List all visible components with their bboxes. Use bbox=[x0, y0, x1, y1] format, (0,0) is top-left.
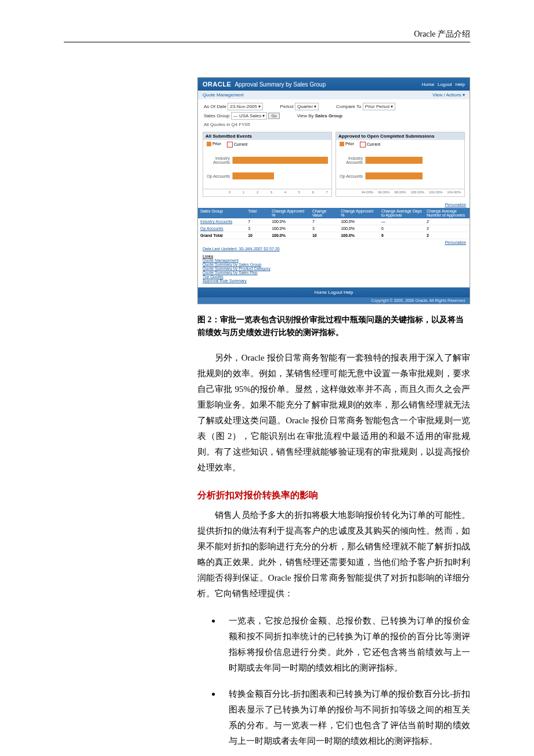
copyright: Copyright © 2005, 2006 Oracle. All Right… bbox=[198, 297, 470, 304]
view-by-value: Sales Group bbox=[315, 113, 342, 118]
table-header: Sales Group Total Change Approved % Chan… bbox=[198, 208, 470, 218]
table-row: Op Accounts 3 100.0% 3 100.0% 6 2 bbox=[198, 225, 470, 232]
chart-approved-completed: Approved to Open Completed Submissions P… bbox=[335, 132, 465, 197]
chevron-down-icon: ▾ bbox=[391, 104, 393, 109]
bar-op bbox=[233, 172, 274, 179]
legend-prior-swatch bbox=[340, 142, 344, 146]
nav-help[interactable]: Help bbox=[456, 82, 465, 87]
chart-all-submitted: All Submitted Events Prior Current Indus… bbox=[203, 132, 332, 197]
link-item[interactable]: Approval Rule Summary bbox=[203, 279, 465, 283]
page-title: Approval Summary by Sales Group bbox=[234, 81, 326, 88]
as-of-date-select[interactable]: 23-Nov-2005▾ bbox=[228, 103, 262, 110]
link-item[interactable]: Quote Summary by Product Category bbox=[203, 267, 465, 271]
related-links: Links Quote Management Quote Summary by … bbox=[198, 252, 470, 287]
table-grand-total: Grand Total 10 100.0% 10 100.0% 6 2 bbox=[198, 232, 470, 239]
bullet-item-1: 一览表，它按总报价金额、总报价数、已转换为订单的报价金额和按不同折扣率统计的已转… bbox=[211, 613, 470, 676]
link-item[interactable]: Quote Summary by Sales Group bbox=[203, 262, 465, 267]
paragraph-2: 销售人员给予多大的折扣将极大地影响报价转化为订单的可能性。提供折扣的做法有利于提… bbox=[197, 507, 470, 602]
nav-logout[interactable]: Logout bbox=[438, 82, 452, 87]
link-item[interactable]: Quote Summary by Sales Rep bbox=[203, 271, 465, 275]
chevron-down-icon: ▾ bbox=[314, 104, 316, 109]
personalize-link[interactable]: Personalize bbox=[445, 240, 466, 244]
period-label: Period bbox=[280, 104, 294, 109]
sales-group-label: Sales Group bbox=[204, 113, 229, 118]
app-header-bar: ORACLE Approval Summary by Sales Group H… bbox=[198, 78, 470, 91]
figure-caption: 图 2：审批一览表包含识别报价审批过程中瓶颈问题的关键指标，以及将当前绩效与历史… bbox=[197, 314, 470, 340]
compare-select[interactable]: Prior Period▾ bbox=[363, 103, 395, 110]
footer-nav: Home Logout Help bbox=[198, 287, 470, 297]
chevron-down-icon: ▾ bbox=[262, 113, 265, 118]
paragraph-1: 另外，Oracle 报价日常商务智能有一套独特的报表用于深入了解审批规则的效率。… bbox=[197, 350, 470, 476]
bar-op-pct bbox=[366, 172, 423, 179]
link-item[interactable]: Top Quotes bbox=[203, 275, 465, 279]
data-updated: Data Last Updated: 30-JAN-2007 02:57:20 bbox=[203, 247, 280, 251]
figure-2-screenshot: ORACLE Approval Summary by Sales Group H… bbox=[197, 77, 470, 304]
legend-prior-swatch bbox=[207, 142, 211, 146]
bar-industry bbox=[233, 157, 328, 164]
section-heading: 分析折扣对报价转换率的影响 bbox=[197, 489, 470, 502]
filter-panel: As Of Date 23-Nov-2005▾ Period Quarter▾ … bbox=[198, 99, 470, 131]
sales-group-select[interactable]: — USA Sales▾ bbox=[231, 112, 267, 120]
bar-industry-pct bbox=[366, 157, 423, 164]
view-by-label: View By bbox=[297, 113, 314, 118]
period-select[interactable]: Quarter▾ bbox=[295, 103, 319, 110]
legend-current-swatch bbox=[227, 142, 233, 147]
view-actions-menu[interactable]: View / Actions ▾ bbox=[432, 92, 465, 98]
breadcrumb[interactable]: Quote Management bbox=[203, 92, 244, 98]
oracle-logo: ORACLE bbox=[203, 81, 231, 88]
compare-label: Compare To bbox=[336, 104, 361, 109]
as-of-label: As Of Date bbox=[204, 104, 226, 109]
context-tip: All Quotes in Q4 FY05 bbox=[204, 122, 464, 127]
link-item[interactable]: Quote Management bbox=[203, 258, 465, 262]
legend-current-swatch bbox=[360, 142, 366, 147]
nav-home[interactable]: Home bbox=[422, 82, 434, 87]
bullet-item-2: 转换金额百分比-折扣图表和已转换为订单的报价数百分比-折扣图表显示了已转换为订单… bbox=[211, 686, 470, 749]
chevron-down-icon: ▾ bbox=[258, 104, 261, 109]
table-row: Industry Accounts 7 100.0% 7 100.0% — 2 bbox=[198, 218, 470, 225]
header-divider bbox=[64, 42, 470, 42]
personalize-link[interactable]: Personalize bbox=[445, 203, 466, 207]
go-button[interactable]: Go bbox=[268, 113, 279, 119]
page-header: Oracle 产品介绍 bbox=[64, 29, 470, 42]
